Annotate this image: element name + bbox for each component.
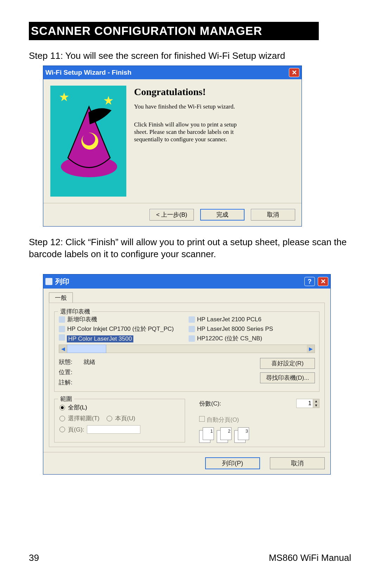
wizard-title: Wi-Fi Setup Wizard - Finish: [45, 69, 132, 76]
group-select-printer-legend: 選擇印表機: [58, 308, 92, 316]
printer-item: HP Color Inkjet CP1700 (位於 PQT_PC): [59, 325, 185, 333]
printer-icon: [59, 326, 65, 332]
pages-input[interactable]: [87, 425, 140, 434]
label-comment: 註解:: [59, 378, 83, 386]
finish-button[interactable]: 完成: [200, 209, 245, 221]
radio-label: 本頁(U): [115, 414, 135, 422]
wizard-description: Click Finish will allow you to print a s…: [134, 121, 250, 143]
wizard-titlebar[interactable]: Wi-Fi Setup Wizard - Finish ✕: [43, 66, 302, 79]
printer-item-label: HP Color LaserJet 3500: [68, 335, 132, 342]
close-icon[interactable]: ✕: [318, 277, 328, 286]
printer-item-label: 新增印表機: [67, 315, 97, 323]
printer-item-label: HP1220C (位於 CS_NB): [197, 334, 262, 342]
group-range-legend: 範圍: [58, 395, 74, 403]
radio-pages[interactable]: 頁(G):: [59, 425, 180, 434]
radio-label: 頁(G):: [68, 426, 84, 434]
find-printer-button[interactable]: 尋找印表機(D)...: [260, 372, 315, 383]
step-12-text: Step 12: Click “Finish” will allow you t…: [29, 236, 351, 260]
page-icon: 2: [220, 427, 232, 440]
printer-item: HP LaserJet 2100 PCL6: [189, 315, 315, 323]
printer-list[interactable]: 新增印表機 HP LaserJet 2100 PCL6 HP Color Ink…: [59, 315, 315, 342]
page-header: SCANNER CONFIGURATION MANAGER: [29, 22, 319, 40]
help-icon[interactable]: ?: [304, 277, 315, 286]
print-title: 列印: [55, 277, 69, 286]
collate-preview: 1 1 2 2 3 3: [199, 427, 319, 441]
printer-item: HP LaserJet 8000 Series PS: [189, 325, 315, 333]
tab-general[interactable]: 一般: [49, 292, 73, 303]
printer-icon: [59, 316, 65, 323]
printer-item: 新增印表機: [59, 315, 185, 323]
radio-current-page[interactable]: 本頁(U): [107, 414, 135, 422]
manual-title: MS860 WiFi Manual: [269, 552, 351, 563]
printer-icon: [45, 278, 52, 285]
preferences-button[interactable]: 喜好設定(R): [260, 358, 315, 369]
printer-item-label: HP LaserJet 8000 Series PS: [197, 326, 273, 333]
wizard-illustration: ★ ★: [50, 86, 126, 197]
wifi-wizard-dialog: Wi-Fi Setup Wizard - Finish ✕ ★ ★ Congra…: [43, 66, 302, 227]
label-copies: 份數(C):: [199, 400, 221, 408]
printer-item-label: HP Color Inkjet CP1700 (位於 PQT_PC): [67, 325, 174, 333]
spin-up-icon[interactable]: ▲: [313, 399, 319, 403]
spin-down-icon[interactable]: ▼: [313, 403, 319, 408]
page-icon: 1: [203, 427, 214, 440]
printer-icon: [189, 326, 195, 332]
close-icon[interactable]: ✕: [289, 68, 299, 77]
status-value: 就緒: [83, 358, 95, 366]
wizard-heading: Congratulations!: [134, 86, 294, 98]
scroll-right-icon[interactable]: ▶: [307, 345, 315, 353]
cancel-button[interactable]: 取消: [251, 209, 295, 221]
printer-icon: [189, 335, 195, 342]
radio-all[interactable]: 全部(L): [59, 403, 180, 411]
page-icon: 3: [238, 427, 249, 440]
printer-item-label: HP LaserJet 2100 PCL6: [197, 316, 261, 323]
label-status: 狀態:: [59, 358, 83, 366]
page-number: 39: [29, 552, 39, 563]
printer-item: HP1220C (位於 CS_NB): [189, 334, 315, 342]
radio-label: 選擇範圍(T): [68, 414, 100, 422]
collate-checkbox[interactable]: [199, 416, 205, 422]
cancel-button[interactable]: 取消: [270, 457, 325, 469]
scroll-left-icon[interactable]: ◀: [59, 345, 67, 353]
printer-icon: [189, 316, 195, 323]
printer-item-selected[interactable]: HP Color LaserJet 3500: [67, 335, 133, 342]
printer-icon: [59, 334, 65, 341]
step-11-text: Step 11: You will see the screen for fin…: [29, 50, 351, 62]
scroll-thumb[interactable]: [67, 345, 106, 353]
print-dialog: 列印 ? ✕ 一般 選擇印表機 新增印表機 HP LaserJet 2100 P…: [43, 274, 331, 475]
copies-input[interactable]: [297, 399, 313, 408]
label-location: 位置:: [59, 368, 83, 376]
label-collate: 自動分頁(O): [207, 416, 239, 423]
radio-selection[interactable]: 選擇範圍(T): [59, 414, 100, 422]
radio-label: 全部(L): [68, 403, 87, 411]
back-button[interactable]: < 上一步(B): [150, 209, 194, 221]
wizard-subtext: You have finished the Wi-Fi setup wizard…: [134, 103, 294, 110]
print-titlebar[interactable]: 列印 ? ✕: [43, 274, 330, 289]
copies-spinner[interactable]: ▲▼: [296, 399, 319, 408]
printer-scrollbar[interactable]: ◀ ▶: [59, 345, 315, 353]
print-button[interactable]: 列印(P): [205, 457, 260, 469]
